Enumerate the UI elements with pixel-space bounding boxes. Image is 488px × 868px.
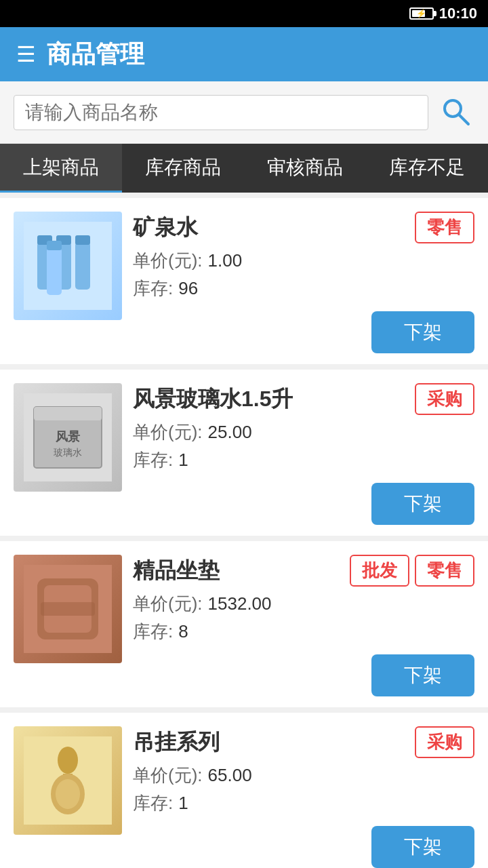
price-label: 单价(元): — [133, 592, 203, 616]
product-header: 吊挂系列 采购 — [133, 726, 474, 758]
product-header: 精品坐垫 批发零售 — [133, 555, 474, 587]
price-value: 65.00 — [208, 765, 252, 786]
svg-rect-8 — [75, 235, 90, 245]
product-tags: 批发零售 — [350, 555, 474, 587]
stock-label: 库存: — [133, 620, 173, 644]
product-tags: 零售 — [415, 212, 474, 243]
delist-button[interactable]: 下架 — [371, 483, 474, 525]
product-tags: 采购 — [415, 726, 474, 758]
menu-icon[interactable]: ☰ — [16, 43, 36, 65]
tab-in-stock[interactable]: 库存商品 — [122, 144, 244, 193]
product-name: 风景玻璃水1.5升 — [133, 384, 293, 414]
price-label: 单价(元): — [133, 420, 203, 444]
product-name: 吊挂系列 — [133, 728, 220, 757]
product-card: 风景玻璃水 风景玻璃水1.5升 采购 单价(元): 25.00 库存: 1 下架 — [0, 370, 488, 536]
stock-row: 库存: 1 — [133, 448, 474, 472]
product-image: 风景玻璃水 — [14, 383, 122, 492]
delist-button[interactable]: 下架 — [371, 654, 474, 696]
product-content: 矿泉水 零售 单价(元): 1.00 库存: 96 下架 — [133, 212, 474, 353]
price-value: 25.00 — [208, 422, 252, 443]
stock-value: 8 — [178, 621, 188, 642]
svg-point-21 — [58, 747, 78, 774]
product-card: 矿泉水 零售 单价(元): 1.00 库存: 96 下架 — [0, 198, 488, 364]
svg-rect-19 — [41, 602, 95, 616]
svg-rect-13 — [34, 407, 102, 420]
svg-point-24 — [56, 779, 80, 809]
product-image — [14, 726, 122, 835]
product-tags: 采购 — [415, 383, 474, 415]
status-bar: ⚡ 10:10 — [0, 0, 488, 27]
price-row: 单价(元): 25.00 — [133, 420, 474, 444]
tab-review[interactable]: 审核商品 — [244, 144, 366, 193]
svg-text:风景: 风景 — [55, 430, 81, 443]
product-tag: 采购 — [415, 726, 474, 758]
product-header: 风景玻璃水1.5升 采购 — [133, 383, 474, 415]
battery-charging: ⚡ — [416, 9, 426, 18]
stock-value: 1 — [178, 793, 188, 814]
search-bar — [0, 81, 488, 144]
price-label: 单价(元): — [133, 764, 203, 787]
product-info: 单价(元): 1532.00 库存: 8 — [133, 592, 474, 644]
stock-value: 1 — [178, 450, 188, 471]
product-tag: 零售 — [415, 212, 474, 243]
page-title: 商品管理 — [47, 38, 144, 71]
stock-value: 96 — [178, 278, 198, 299]
svg-text:玻璃水: 玻璃水 — [54, 447, 82, 458]
stock-label: 库存: — [133, 448, 173, 472]
product-content: 风景玻璃水1.5升 采购 单价(元): 25.00 库存: 1 下架 — [133, 383, 474, 525]
stock-label: 库存: — [133, 791, 173, 815]
stock-row: 库存: 96 — [133, 277, 474, 300]
price-row: 单价(元): 1532.00 — [133, 592, 474, 616]
status-time: 10:10 — [439, 5, 477, 22]
product-info: 单价(元): 65.00 库存: 1 — [133, 764, 474, 815]
tab-bar: 上架商品 库存商品 审核商品 库存不足 — [0, 144, 488, 193]
product-name: 精品坐垫 — [133, 556, 220, 586]
delist-button[interactable]: 下架 — [371, 826, 474, 868]
search-icon — [439, 95, 472, 127]
tab-low-stock[interactable]: 库存不足 — [366, 144, 488, 193]
product-content: 精品坐垫 批发零售 单价(元): 1532.00 库存: 8 下架 — [133, 555, 474, 696]
product-header: 矿泉水 零售 — [133, 212, 474, 243]
svg-line-1 — [459, 115, 468, 124]
search-input[interactable] — [14, 95, 428, 130]
header: ☰ 商品管理 — [0, 27, 488, 81]
product-tag: 采购 — [415, 383, 474, 415]
product-info: 单价(元): 25.00 库存: 1 — [133, 420, 474, 472]
svg-rect-7 — [75, 242, 90, 290]
search-button[interactable] — [436, 92, 474, 132]
product-card: 精品坐垫 批发零售 单价(元): 1532.00 库存: 8 下架 — [0, 541, 488, 707]
price-label: 单价(元): — [133, 249, 203, 273]
product-card: 吊挂系列 采购 单价(元): 65.00 库存: 1 下架 — [0, 713, 488, 868]
price-row: 单价(元): 65.00 — [133, 764, 474, 787]
product-image — [14, 555, 122, 663]
product-image — [14, 212, 122, 320]
product-tag: 零售 — [415, 555, 474, 587]
tab-on-shelf[interactable]: 上架商品 — [0, 144, 122, 193]
stock-row: 库存: 1 — [133, 791, 474, 815]
stock-label: 库存: — [133, 277, 173, 300]
product-name: 矿泉水 — [133, 213, 198, 243]
product-content: 吊挂系列 采购 单价(元): 65.00 库存: 1 下架 — [133, 726, 474, 868]
svg-rect-10 — [47, 241, 62, 250]
price-value: 1.00 — [208, 250, 243, 271]
stock-row: 库存: 8 — [133, 620, 474, 644]
product-list: 矿泉水 零售 单价(元): 1.00 库存: 96 下架 风景玻璃水 — [0, 193, 488, 868]
delist-button[interactable]: 下架 — [371, 311, 474, 353]
battery-icon: ⚡ — [409, 7, 434, 20]
product-tag: 批发 — [350, 555, 409, 587]
price-value: 1532.00 — [208, 593, 272, 614]
price-row: 单价(元): 1.00 — [133, 249, 474, 273]
svg-rect-9 — [47, 248, 62, 295]
product-info: 单价(元): 1.00 库存: 96 — [133, 249, 474, 300]
